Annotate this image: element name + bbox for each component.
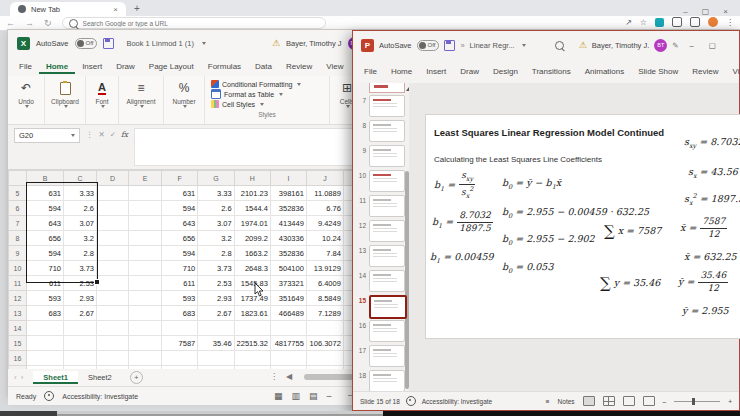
excel-tab-formulas[interactable]: Formulas	[201, 59, 248, 74]
row-header-16[interactable]: 16	[9, 351, 27, 366]
row-header-12[interactable]: 12	[9, 291, 27, 306]
cell-E9[interactable]	[129, 246, 162, 261]
cell-H10[interactable]: 2648.3	[234, 261, 270, 276]
cell-G15[interactable]: 35.46	[198, 336, 234, 351]
cell-I15[interactable]: 4817755	[270, 336, 306, 351]
cell-C9[interactable]: 2.8	[64, 246, 97, 261]
browser-maximize-icon[interactable]: ▢	[702, 7, 710, 16]
format-as-table-button[interactable]: Format as Table	[211, 89, 323, 99]
column-header-E[interactable]: E	[129, 171, 162, 186]
share-icon[interactable]: ↗	[625, 18, 632, 27]
slide-thumbnail-16[interactable]: 16	[355, 320, 409, 341]
pen-icon[interactable]: ✎	[672, 41, 678, 50]
slide-sorter-view-icon[interactable]	[603, 396, 615, 406]
row-header-10[interactable]: 10	[9, 261, 27, 276]
notes-icon[interactable]: ≡	[546, 398, 550, 405]
profile-avatar[interactable]	[708, 17, 718, 27]
cell-I9[interactable]: 352836	[270, 246, 306, 261]
cell-C14[interactable]	[64, 321, 97, 336]
slide-thumbnail-7[interactable]: 7	[355, 95, 409, 116]
cell-J16[interactable]	[306, 351, 343, 366]
cell-J6[interactable]: 6.76	[306, 201, 343, 216]
cell-C5[interactable]: 3.33	[64, 186, 97, 201]
cell-F15[interactable]: 7587	[162, 336, 198, 351]
ppt-warning-icon[interactable]: ⚠	[579, 41, 587, 50]
cell-C8[interactable]: 3.2	[64, 231, 97, 246]
cell-B9[interactable]: 594	[27, 246, 64, 261]
cell-J15[interactable]: 106.3072	[306, 336, 343, 351]
cell-F7[interactable]: 643	[162, 216, 198, 231]
cell-D7[interactable]	[97, 216, 129, 231]
cell-D14[interactable]	[97, 321, 129, 336]
extensions-puzzle-icon[interactable]	[672, 17, 682, 27]
cell-C12[interactable]: 2.93	[64, 291, 97, 306]
cell-E5[interactable]	[129, 186, 162, 201]
sheet-menu-icon[interactable]: ⋮	[270, 372, 278, 381]
cell-F12[interactable]: 593	[162, 291, 198, 306]
cell-I16[interactable]	[270, 351, 306, 366]
excel-tab-data[interactable]: Data	[248, 59, 279, 74]
ppt-search-icon[interactable]	[555, 41, 564, 50]
cell-J12[interactable]: 8.5849	[306, 291, 343, 306]
cell-F5[interactable]: 631	[162, 186, 198, 201]
column-header-J[interactable]: J	[306, 171, 343, 186]
cell-F16[interactable]	[162, 351, 198, 366]
font-icon[interactable]: A	[98, 80, 106, 96]
cell-J14[interactable]	[306, 321, 343, 336]
cell-E10[interactable]	[129, 261, 162, 276]
cell-J11[interactable]: 6.4009	[306, 276, 343, 291]
cell-G5[interactable]: 3.33	[198, 186, 234, 201]
column-header-C[interactable]: C	[64, 171, 97, 186]
number-icon[interactable]: %	[179, 80, 190, 96]
slide-thumbnail-17[interactable]: 17	[355, 345, 409, 366]
autosave-toggle[interactable]: Off	[75, 38, 98, 49]
excel-tab-draw[interactable]: Draw	[109, 59, 142, 74]
row-header-15[interactable]: 15	[9, 336, 27, 351]
cell-B5[interactable]: 631	[27, 186, 64, 201]
ppt-user-avatar[interactable]: BT	[654, 39, 667, 52]
undo-icon[interactable]: ↶	[21, 80, 31, 96]
cell-J8[interactable]: 10.24	[306, 231, 343, 246]
cell-I5[interactable]: 398161	[270, 186, 306, 201]
cell-I7[interactable]: 413449	[270, 216, 306, 231]
cell-E16[interactable]	[129, 351, 162, 366]
reading-view-icon[interactable]	[623, 396, 635, 406]
cell-I14[interactable]	[270, 321, 306, 336]
cell-B8[interactable]: 656	[27, 231, 64, 246]
sheet-tab-sheet1[interactable]: Sheet1	[33, 371, 78, 384]
side-panel-icon[interactable]	[690, 17, 700, 27]
cell-B15[interactable]	[27, 336, 64, 351]
cell-F10[interactable]: 710	[162, 261, 198, 276]
row-header-5[interactable]: 5	[9, 186, 27, 201]
row-header-14[interactable]: 14	[9, 321, 27, 336]
cell-I10[interactable]: 504100	[270, 261, 306, 276]
slide-thumbnail-14[interactable]: 14	[355, 270, 409, 291]
formula-menu-icon[interactable]: ⋮	[86, 130, 94, 139]
ppt-minimize-icon[interactable]: –	[690, 41, 694, 50]
cell-I6[interactable]: 352836	[270, 201, 306, 216]
slide-thumbnail-12[interactable]: 12	[355, 220, 409, 241]
font-group[interactable]: A Font	[86, 76, 119, 124]
excel-tab-review[interactable]: Review	[279, 59, 319, 74]
cell-C7[interactable]: 3.07	[64, 216, 97, 231]
scroll-left-icon[interactable]: ◀	[286, 372, 292, 381]
select-all-corner[interactable]	[9, 171, 27, 186]
cell-H15[interactable]: 22515.32	[234, 336, 270, 351]
slide-thumbnail-partial[interactable]	[369, 83, 405, 93]
ppt-save-icon[interactable]	[444, 40, 455, 51]
ppt-tab-file[interactable]: File	[357, 64, 384, 79]
browser-menu-icon[interactable]: ⋮	[726, 18, 734, 27]
cell-G6[interactable]: 2.6	[198, 201, 234, 216]
ppt-filename[interactable]: Linear Regr...	[470, 41, 515, 50]
column-header-F[interactable]: F	[162, 171, 198, 186]
ppt-filename-chevron-icon[interactable]	[522, 44, 526, 47]
slide-thumbnail-13[interactable]: 13	[355, 245, 409, 266]
cells-icon[interactable]: ⊞	[342, 80, 352, 96]
cell-C11[interactable]: 2.53	[64, 276, 97, 291]
address-input[interactable]	[81, 19, 319, 28]
slideshow-view-icon[interactable]	[643, 396, 655, 406]
number-group[interactable]: % Number	[164, 76, 205, 124]
extension-icon[interactable]	[655, 18, 664, 27]
slide-thumbnail-10[interactable]: 10	[355, 170, 409, 191]
cell-D10[interactable]	[97, 261, 129, 276]
